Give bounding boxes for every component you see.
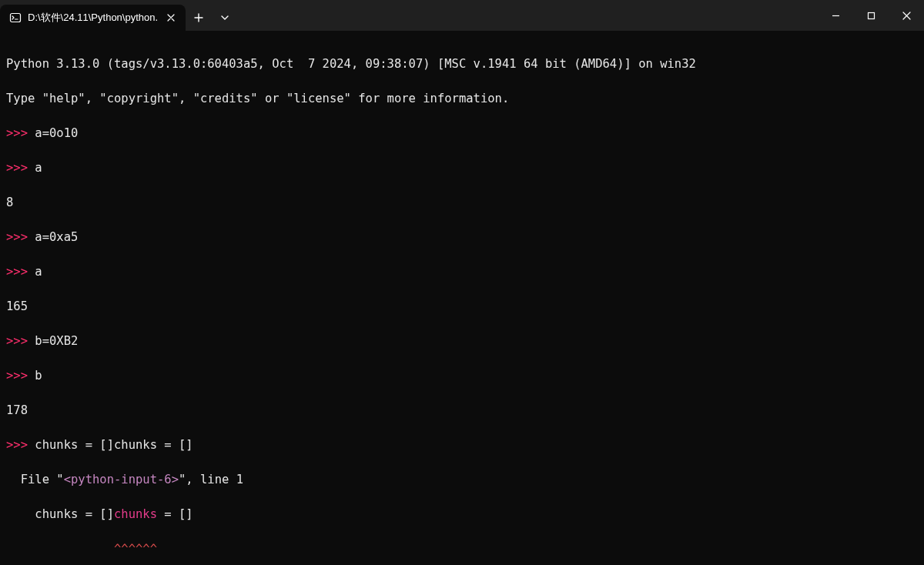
traceback-echo-line: chunks = []chunks = []	[6, 506, 918, 523]
tab-title: D:\软件\24.11\Python\python.	[28, 11, 158, 25]
repl-input: chunks = []chunks = []	[35, 438, 192, 452]
repl-line: >>> chunks = []chunks = []	[6, 436, 918, 453]
terminal-icon	[9, 12, 22, 24]
prompt: >>>	[6, 265, 35, 279]
prompt: >>>	[6, 438, 35, 452]
svg-rect-3	[868, 12, 874, 18]
tab-dropdown-button[interactable]	[212, 5, 238, 31]
traceback-file-line: File "<python-input-6>", line 1	[6, 471, 918, 488]
window-controls	[818, 0, 924, 31]
repl-input: a	[35, 265, 42, 279]
repl-output: 165	[6, 298, 918, 315]
repl-input: b	[35, 369, 42, 383]
svg-rect-0	[11, 14, 21, 22]
banner-line: Type "help", "copyright", "credits" or "…	[6, 90, 918, 107]
prompt: >>>	[6, 334, 35, 348]
repl-line: >>> a	[6, 263, 918, 280]
repl-input: b=0XB2	[35, 334, 78, 348]
repl-input: a	[35, 161, 42, 175]
titlebar: D:\软件\24.11\Python\python.	[0, 0, 924, 31]
repl-line: >>> a	[6, 159, 918, 176]
maximize-button[interactable]	[853, 0, 889, 31]
repl-line: >>> b	[6, 367, 918, 384]
repl-output: 178	[6, 402, 918, 419]
repl-line: >>> b=0XB2	[6, 333, 918, 349]
repl-line: >>> a=0xa5	[6, 229, 918, 246]
prompt: >>>	[6, 126, 35, 140]
terminal-body[interactable]: Python 3.13.0 (tags/v3.13.0:60403a5, Oct…	[0, 31, 924, 565]
repl-input: a=0o10	[35, 126, 78, 140]
traceback-caret-line: ^^^^^^	[6, 540, 918, 557]
banner-line: Python 3.13.0 (tags/v3.13.0:60403a5, Oct…	[6, 55, 918, 72]
prompt: >>>	[6, 369, 35, 383]
close-window-button[interactable]	[889, 0, 924, 31]
titlebar-drag-region[interactable]	[238, 0, 818, 31]
repl-output: 8	[6, 194, 918, 211]
prompt: >>>	[6, 161, 35, 175]
traceback-filename: <python-input-6>	[64, 473, 179, 486]
tab-active[interactable]: D:\软件\24.11\Python\python.	[0, 5, 186, 31]
new-tab-button[interactable]	[186, 5, 212, 31]
tab-close-button[interactable]	[164, 11, 178, 25]
prompt: >>>	[6, 230, 35, 244]
repl-input: a=0xa5	[35, 230, 78, 244]
minimize-button[interactable]	[818, 0, 853, 31]
repl-line: >>> a=0o10	[6, 125, 918, 142]
